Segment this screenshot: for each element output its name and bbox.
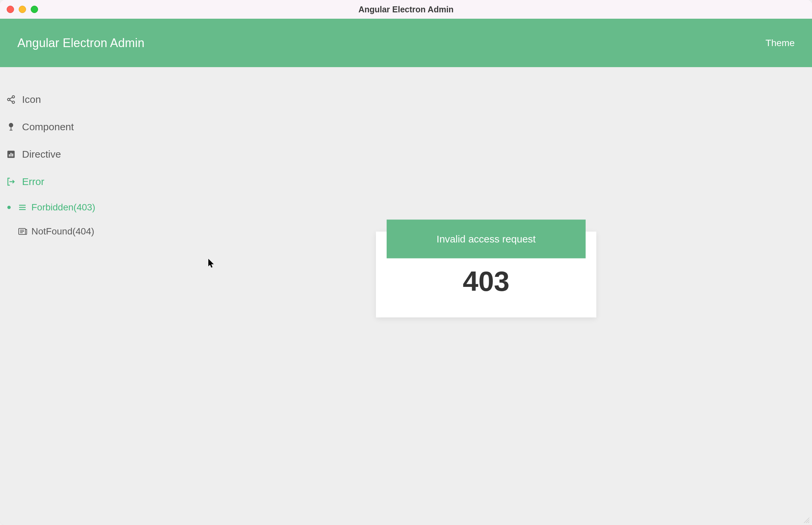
sidebar-subitem-label: NotFound(404) xyxy=(31,226,94,237)
app-title: Angular Electron Admin xyxy=(17,36,144,50)
svg-rect-11 xyxy=(12,154,13,156)
resize-grip-icon[interactable] xyxy=(802,516,810,524)
share-icon xyxy=(4,95,18,104)
svg-point-1 xyxy=(8,99,10,101)
window-title: Angular Electron Admin xyxy=(358,5,454,14)
sidebar-item-directive[interactable]: Directive xyxy=(0,140,160,168)
active-dot-icon xyxy=(7,206,11,209)
main-content: Invalid access request 403 xyxy=(160,67,812,525)
svg-point-0 xyxy=(12,95,15,98)
window-frame: Angular Electron Admin Angular Electron … xyxy=(0,0,812,525)
svg-line-4 xyxy=(10,100,12,102)
sidebar-item-label: Directive xyxy=(22,149,61,160)
window-close-button[interactable] xyxy=(7,6,14,13)
bar-chart-icon xyxy=(4,150,18,159)
app-header: Angular Electron Admin Theme xyxy=(0,19,812,67)
sidebar-subitem-label: Forbidden(403) xyxy=(31,202,95,213)
svg-rect-6 xyxy=(11,127,11,130)
svg-rect-9 xyxy=(9,154,10,156)
sidebar-subitem-forbidden[interactable]: Forbidden(403) xyxy=(0,195,160,220)
body-area: Icon Component xyxy=(0,67,812,525)
window-minimize-button[interactable] xyxy=(19,6,26,13)
sidebar-item-label: Error xyxy=(22,176,44,188)
titlebar[interactable]: Angular Electron Admin xyxy=(0,0,812,19)
tree-icon xyxy=(4,123,18,131)
svg-point-2 xyxy=(12,101,15,104)
svg-rect-10 xyxy=(10,153,11,156)
traffic-lights xyxy=(7,6,38,13)
sidebar-item-label: Icon xyxy=(22,94,41,105)
sidebar: Icon Component xyxy=(0,67,160,525)
svg-point-5 xyxy=(9,123,13,127)
exit-icon xyxy=(4,177,18,186)
sidebar-item-icon[interactable]: Icon xyxy=(0,86,160,113)
sidebar-subitem-notfound[interactable]: NotFound(404) xyxy=(0,220,160,243)
sidebar-item-error[interactable]: Error xyxy=(0,168,160,195)
theme-button[interactable]: Theme xyxy=(766,38,795,48)
window-maximize-button[interactable] xyxy=(31,6,38,13)
menu-icon xyxy=(18,203,29,212)
svg-rect-7 xyxy=(10,130,13,131)
error-card: Invalid access request 403 xyxy=(376,220,596,318)
error-banner: Invalid access request xyxy=(387,220,586,258)
news-icon xyxy=(18,227,29,236)
sidebar-item-label: Component xyxy=(22,121,74,133)
error-code: 403 xyxy=(376,265,596,298)
svg-line-3 xyxy=(10,97,12,99)
sidebar-item-component[interactable]: Component xyxy=(0,113,160,140)
svg-line-22 xyxy=(808,522,809,523)
